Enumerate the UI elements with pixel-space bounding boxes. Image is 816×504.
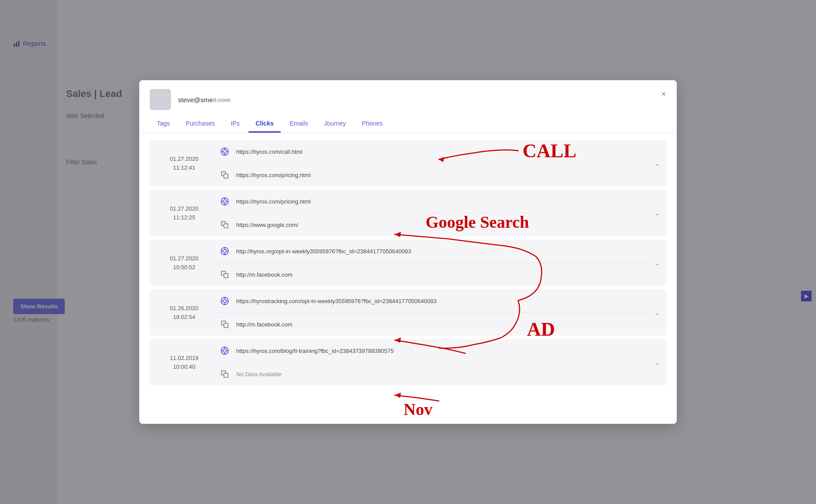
referrer-icon xyxy=(219,219,231,231)
referrer-icon xyxy=(219,169,231,181)
click-referrer-line: https://hyros.com/pricing.html xyxy=(211,163,649,186)
target-icon xyxy=(219,245,231,257)
expand-chevron[interactable]: ⌄ xyxy=(649,240,666,286)
click-referrer-url: https://hyros.com/pricing.html xyxy=(236,172,642,178)
click-referrer-url: http://m.facebook.com xyxy=(236,271,642,278)
click-row: 01.27.2020 10:50:52 xyxy=(150,240,666,286)
modal-tabs: Tags Purchases IPs Clicks Emails Journey… xyxy=(139,115,677,133)
click-target-line: https://hyros.com/pricing.html xyxy=(211,190,649,213)
tab-clicks[interactable]: Clicks xyxy=(249,115,281,133)
referrer-icon xyxy=(219,268,231,281)
click-referrer-line: http://m.facebook.com xyxy=(211,263,649,286)
clicks-list: 01.27.2020 11:12:41 xyxy=(139,133,677,424)
svg-point-16 xyxy=(223,249,226,252)
click-target-url: http://hyros.org/opt-in-weekly35595976?f… xyxy=(236,248,642,255)
click-timestamp: 01.27.2020 11:12:41 xyxy=(160,155,208,172)
referrer-icon xyxy=(219,318,231,330)
user-email: steve@smeit.com xyxy=(178,96,666,104)
click-timestamp: 01.26.2020 18:02:54 xyxy=(160,304,208,321)
tab-tags[interactable]: Tags xyxy=(150,115,177,133)
click-target-url: https://hyrostracking.com/opt-in-weekly3… xyxy=(236,298,642,304)
click-referrer-url: http://m.facebook.com xyxy=(236,321,642,328)
click-referrer-url: https://www.google.com/ xyxy=(236,222,642,228)
modal-header: steve@smeit.com × xyxy=(139,80,677,110)
target-icon xyxy=(219,295,231,307)
click-referrer-line: No Data Available xyxy=(211,362,649,385)
expand-chevron[interactable]: ⌄ xyxy=(649,289,666,336)
click-row: 01.27.2020 11:12:25 xyxy=(150,190,666,236)
avatar xyxy=(150,89,171,110)
click-target-line: https://hyros.com/call.html xyxy=(211,140,649,163)
click-row: 11.02.2019 10:00:40 xyxy=(150,339,666,385)
target-icon xyxy=(219,145,231,158)
click-referrer-line: https://www.google.com/ xyxy=(211,213,649,236)
referrer-icon xyxy=(219,368,231,380)
click-row: 01.27.2020 11:12:41 xyxy=(150,140,666,186)
click-target-line: https://hyros.com/blog/tt-training?fbc_i… xyxy=(211,339,649,362)
click-target-url: https://hyros.com/pricing.html xyxy=(236,198,642,205)
modal-dialog: steve@smeit.com × Tags Purchases IPs Cli… xyxy=(139,80,677,424)
click-target-line: https://hyrostracking.com/opt-in-weekly3… xyxy=(211,289,649,312)
modal-overlay: steve@smeit.com × Tags Purchases IPs Cli… xyxy=(0,0,816,504)
click-target-line: http://hyros.org/opt-in-weekly35595976?f… xyxy=(211,240,649,263)
svg-point-4 xyxy=(223,150,226,153)
tab-emails[interactable]: Emails xyxy=(282,115,315,133)
click-timestamp: 01.27.2020 11:12:25 xyxy=(160,204,208,222)
target-icon xyxy=(219,345,231,357)
click-target-url: https://hyros.com/blog/tt-training?fbc_i… xyxy=(236,348,642,354)
svg-point-10 xyxy=(223,200,226,203)
svg-point-28 xyxy=(223,349,226,352)
click-target-url: https://hyros.com/call.html xyxy=(236,148,642,155)
expand-chevron[interactable]: ⌄ xyxy=(649,190,666,236)
click-referrer-url: No Data Available xyxy=(236,371,642,378)
tab-journey[interactable]: Journey xyxy=(317,115,353,133)
tab-purchases[interactable]: Purchases xyxy=(179,115,222,133)
expand-chevron[interactable]: ⌄ xyxy=(649,339,666,385)
click-row: 01.26.2020 18:02:54 xyxy=(150,289,666,336)
close-button[interactable]: × xyxy=(657,87,670,101)
target-icon xyxy=(219,195,231,208)
tab-phones[interactable]: Phones xyxy=(355,115,389,133)
svg-point-22 xyxy=(223,299,226,302)
click-timestamp: 11.02.2019 10:00:40 xyxy=(160,354,208,371)
click-referrer-line: http://m.facebook.com xyxy=(211,312,649,336)
click-timestamp: 01.27.2020 10:50:52 xyxy=(160,254,208,271)
tab-ips[interactable]: IPs xyxy=(224,115,247,133)
expand-chevron[interactable]: ⌄ xyxy=(649,140,666,186)
